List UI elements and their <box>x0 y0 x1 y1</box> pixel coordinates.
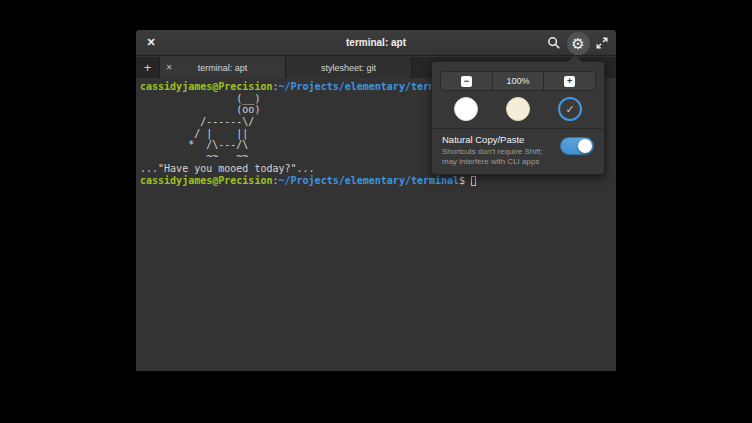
natural-copy-paste-section: Natural Copy/Paste Shortcuts don't requi… <box>442 134 594 167</box>
fullscreen-icon <box>596 37 608 49</box>
settings-button[interactable]: ⚙ <box>566 31 590 55</box>
close-icon: ✕ <box>146 36 155 49</box>
new-tab-button[interactable]: + <box>136 57 160 78</box>
header-bar: ✕ terminal: apt ⚙ <box>136 30 616 56</box>
tab-label: terminal: apt <box>178 63 285 73</box>
theme-light-swatch[interactable] <box>454 97 478 121</box>
search-icon <box>547 36 561 50</box>
plus-icon: + <box>144 60 152 75</box>
prompt-user-host: cassidyjames@Precision <box>140 81 272 92</box>
popover-divider <box>432 128 604 129</box>
theme-solarized-light-swatch[interactable] <box>506 97 530 121</box>
prompt-user-host: cassidyjames@Precision <box>140 175 272 186</box>
theme-switcher: ✓ <box>454 97 582 121</box>
natural-copy-paste-toggle[interactable] <box>560 137 594 155</box>
theme-dark-swatch[interactable]: ✓ <box>558 97 582 121</box>
prompt-path: ~/Projects/elementary/terminal <box>278 175 459 186</box>
desktop-background: ✕ terminal: apt ⚙ <box>0 0 752 423</box>
tab-stylesheet-git[interactable]: stylesheet: git <box>286 57 412 78</box>
tab-label: stylesheet: git <box>286 63 411 73</box>
search-button[interactable] <box>542 31 566 55</box>
window-close-button[interactable]: ✕ <box>138 30 164 56</box>
settings-popover: − 100% + ✓ Natural Copy/Paste <box>431 61 605 175</box>
terminal-cursor <box>471 176 476 186</box>
zoom-reset-button[interactable]: 100% <box>492 72 544 90</box>
tab-terminal-apt[interactable]: ✕ terminal: apt <box>160 57 286 78</box>
popover-arrow <box>568 55 582 62</box>
zoom-control-group: − 100% + <box>440 71 596 91</box>
zoom-out-button[interactable]: − <box>441 72 492 90</box>
zoom-in-button[interactable]: + <box>543 72 595 90</box>
zoom-in-icon: + <box>564 76 575 87</box>
gear-icon: ⚙ <box>567 32 590 55</box>
zoom-out-icon: − <box>461 76 472 87</box>
check-icon: ✓ <box>565 103 574 116</box>
zoom-level-label: 100% <box>506 76 529 86</box>
fullscreen-button[interactable] <box>590 31 614 55</box>
toggle-knob <box>578 139 592 153</box>
prompt-symbol: $ <box>459 175 465 186</box>
tab-close-icon[interactable]: ✕ <box>160 63 178 72</box>
prompt-line: cassidyjames@Precision:~/Projects/elemen… <box>140 175 612 187</box>
terminal-window: ✕ terminal: apt ⚙ <box>136 30 616 371</box>
